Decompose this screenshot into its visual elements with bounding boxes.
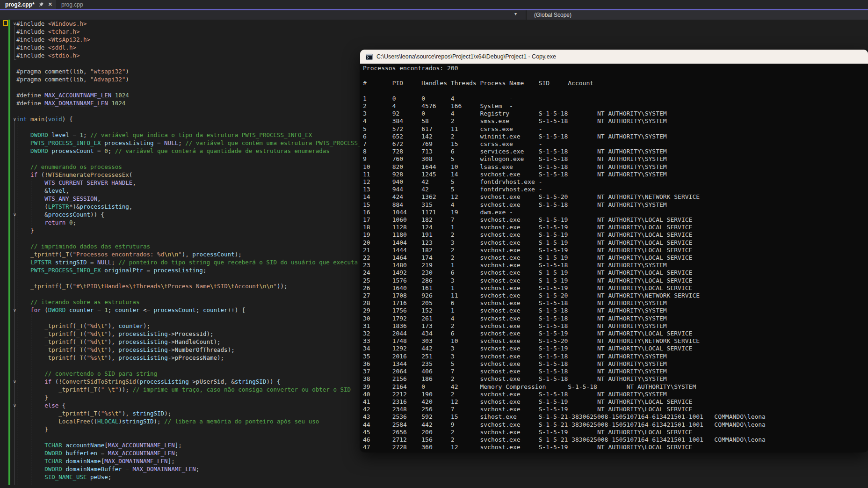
code-line: #include <WtsApi32.h>	[16, 36, 868, 44]
console-intro-line: Processos encontrados: 200	[363, 65, 868, 72]
console-app-icon	[366, 53, 373, 60]
scope-label: (Global Scope)	[534, 12, 571, 18]
tab-label: prog2.cpp*	[5, 1, 35, 8]
console-table-header: # PID Handles Threads Process Name SID A…	[363, 80, 868, 87]
tab-prog2-cpp[interactable]: prog2.cpp* ✕	[0, 0, 56, 9]
outline-guide	[14, 26, 14, 59]
close-icon[interactable]: ✕	[48, 2, 52, 7]
console-output-area: Processos encontrados: 200 # PID Handles…	[360, 64, 868, 452]
project-dropdown[interactable]	[0, 10, 526, 20]
code-line: #include <Windows.h>	[16, 20, 868, 28]
tab-label: prog.cpp	[61, 1, 83, 8]
console-table-rows: 1 0 0 4 - 2 4 4576 166 System - 3 92 0 4…	[363, 95, 868, 452]
tab-prog-cpp[interactable]: prog.cpp	[56, 0, 87, 9]
scope-dropdown[interactable]	[527, 10, 868, 20]
code-line: TCHAR domainName[MAX_DOMAINNAME_LEN];	[16, 457, 868, 465]
pin-icon[interactable]	[39, 2, 44, 7]
console-title-text: C:\Users\leona\source\repos\Project1\x64…	[376, 53, 556, 60]
change-tracking-bar	[8, 20, 10, 485]
bookmark-glyph-icon[interactable]	[3, 20, 8, 26]
chevron-down-icon[interactable]: ▾	[514, 11, 517, 16]
console-window[interactable]: C:\Users\leona\source\repos\Project1\x64…	[360, 50, 868, 452]
code-line: DWORD domainNameBuffer = MAX_DOMAINNAME_…	[16, 465, 868, 473]
navigation-bar: ▾ (Global Scope)	[0, 10, 868, 20]
tab-bar: prog2.cpp* ✕ prog.cpp	[0, 0, 868, 9]
outline-guide	[14, 121, 14, 485]
console-title-bar[interactable]: C:\Users\leona\source\repos\Project1\x64…	[360, 50, 868, 64]
code-line: #include <tchar.h>	[16, 28, 868, 36]
code-line: SID_NAME_USE peUse;	[16, 473, 868, 481]
